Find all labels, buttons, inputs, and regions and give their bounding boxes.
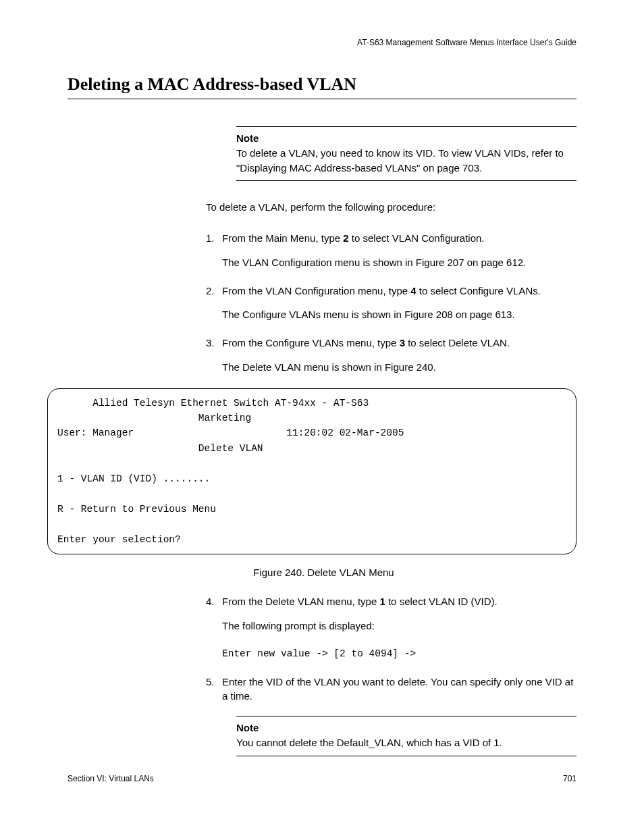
- figure-caption: Figure 240. Delete VLAN Menu: [71, 567, 576, 578]
- terminal-box: Allied Telesyn Ethernet Switch AT-94xx -…: [47, 388, 576, 555]
- page-content: Deleting a MAC Address-based VLAN Note T…: [68, 74, 576, 775]
- terminal-line: Marketing: [57, 413, 251, 423]
- terminal-line: Delete VLAN: [57, 443, 263, 454]
- terminal-line: User: Manager 11:20:02 02-Mar-2005: [57, 427, 404, 438]
- note-box-2: Note You cannot delete the Default_VLAN,…: [236, 716, 576, 756]
- terminal-line: R - Return to Previous Menu: [57, 504, 216, 515]
- step-number: 5.: [206, 675, 222, 704]
- header-guide-title: AT-S63 Management Software Menus Interfa…: [357, 38, 576, 47]
- step-4: 4. From the Delete VLAN menu, type 1 to …: [206, 594, 576, 609]
- footer-section: Section VI: Virtual LANs: [68, 774, 154, 783]
- title-rule: [68, 99, 576, 99]
- note-text: You cannot delete the Default_VLAN, whic…: [236, 737, 502, 748]
- prompt-mono: Enter new value -> [2 to 4094] ->: [222, 647, 576, 661]
- note-label: Note: [236, 722, 259, 733]
- step-3: 3. From the Configure VLANs menu, type 3…: [206, 336, 576, 350]
- step-text: From the Main Menu, type 2 to select VLA…: [222, 231, 576, 246]
- note-text: To delete a VLAN, you need to know its V…: [236, 147, 564, 174]
- step-text: From the Delete VLAN menu, type 1 to sel…: [222, 594, 576, 609]
- intro-paragraph: To delete a VLAN, perform the following …: [206, 200, 576, 215]
- step-number: 3.: [206, 336, 222, 350]
- step-text: From the Configure VLANs menu, type 3 to…: [222, 336, 576, 350]
- step-5: 5. Enter the VID of the VLAN you want to…: [206, 675, 576, 704]
- terminal-line: Enter your selection?: [57, 534, 181, 545]
- step-text: From the VLAN Configuration menu, type 4…: [222, 284, 576, 298]
- step-4-sub: The following prompt is displayed:: [222, 619, 576, 633]
- body-column: Note To delete a VLAN, you need to know …: [206, 126, 576, 756]
- step-2-sub: The Configure VLANs menu is shown in Fig…: [222, 307, 576, 322]
- step-1-sub: The VLAN Configuration menu is shown in …: [222, 255, 576, 270]
- step-2: 2. From the VLAN Configuration menu, typ…: [206, 284, 576, 298]
- note-box-1: Note To delete a VLAN, you need to know …: [236, 126, 576, 181]
- footer-page-number: 701: [563, 774, 576, 783]
- terminal-line: 1 - VLAN ID (VID) ........: [57, 473, 210, 484]
- step-number: 1.: [206, 231, 222, 246]
- note-label: Note: [236, 132, 259, 144]
- terminal-line: Allied Telesyn Ethernet Switch AT-94xx -…: [57, 398, 369, 409]
- step-1: 1. From the Main Menu, type 2 to select …: [206, 231, 576, 246]
- step-text: Enter the VID of the VLAN you want to de…: [222, 675, 576, 704]
- step-number: 4.: [206, 594, 222, 609]
- step-3-sub: The Delete VLAN menu is shown in Figure …: [222, 360, 576, 375]
- section-title: Deleting a MAC Address-based VLAN: [68, 74, 576, 95]
- step-number: 2.: [206, 284, 222, 298]
